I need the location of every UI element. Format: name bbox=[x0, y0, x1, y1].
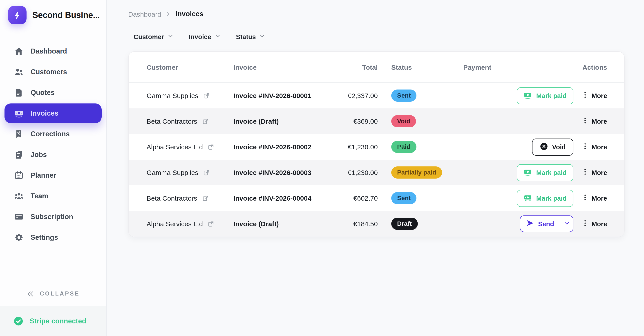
invoice-label: Invoice #INV-2026-00003 bbox=[234, 169, 336, 176]
invoice-label: Invoice #INV-2026-00001 bbox=[234, 92, 336, 100]
breadcrumb-dashboard[interactable]: Dashboard bbox=[128, 10, 161, 18]
sidebar-item-corrections[interactable]: Corrections bbox=[4, 124, 102, 144]
invoice-total: €369.00 bbox=[336, 118, 378, 125]
external-link-icon[interactable] bbox=[207, 220, 214, 227]
col-status: Status bbox=[378, 63, 463, 71]
credit-card-icon bbox=[14, 212, 24, 222]
status-badge: Void bbox=[391, 115, 416, 127]
home-icon bbox=[14, 46, 24, 56]
send-button-group: Send bbox=[520, 216, 574, 232]
table-row: Alpha Services Ltd Invoice (Draft) €184.… bbox=[128, 211, 624, 236]
customer-name: Gamma Supplies bbox=[146, 169, 198, 176]
breadcrumb-current: Invoices bbox=[176, 10, 204, 18]
more-button[interactable]: More bbox=[582, 91, 607, 100]
sidebar-item-invoices[interactable]: Invoices bbox=[4, 104, 102, 123]
col-customer: Customer bbox=[146, 63, 234, 71]
sidebar-item-team[interactable]: Team bbox=[4, 186, 102, 206]
team-icon bbox=[14, 191, 24, 201]
mark-paid-button[interactable]: Mark paid bbox=[517, 190, 574, 207]
sidebar-item-dashboard[interactable]: Dashboard bbox=[4, 42, 102, 61]
brand: Second Busine... bbox=[0, 0, 106, 42]
status-badge: Partially paid bbox=[391, 166, 442, 178]
col-total: Total bbox=[336, 63, 378, 71]
app-title: Second Busine... bbox=[32, 10, 100, 20]
table-row: Alpha Services Ltd Invoice #INV-2026-000… bbox=[128, 134, 624, 160]
clipboard-icon bbox=[14, 150, 24, 160]
invoice-total: €602.70 bbox=[336, 194, 378, 202]
sidebar-item-jobs[interactable]: Jobs bbox=[4, 145, 102, 165]
filter-status[interactable]: Status bbox=[236, 33, 265, 40]
invoice-total: €1,230.00 bbox=[336, 143, 378, 151]
filter-bar: Customer Invoice Status bbox=[128, 33, 644, 40]
invoice-label: Invoice (Draft) bbox=[234, 220, 336, 228]
sidebar-item-subscription[interactable]: Subscription bbox=[4, 207, 102, 227]
filter-invoice[interactable]: Invoice bbox=[189, 33, 220, 40]
double-chevron-left-icon bbox=[26, 290, 34, 298]
chevron-down-icon bbox=[167, 33, 173, 40]
stripe-connected-status: Stripe connected bbox=[0, 306, 106, 336]
chevron-down-icon bbox=[214, 33, 220, 40]
chevron-down-icon bbox=[564, 220, 570, 227]
status-badge: Sent bbox=[391, 192, 417, 204]
invoice-label: Invoice #INV-2026-00004 bbox=[234, 194, 336, 202]
customer-name: Alpha Services Ltd bbox=[146, 143, 203, 151]
more-button[interactable]: More bbox=[582, 117, 607, 126]
kebab-icon bbox=[582, 220, 589, 228]
main-content: Dashboard Invoices Customer Invoice Stat… bbox=[106, 0, 644, 336]
banknote-icon bbox=[524, 168, 532, 178]
document-icon bbox=[14, 88, 24, 98]
stripe-status-label: Stripe connected bbox=[30, 317, 86, 325]
void-button[interactable]: Void bbox=[532, 138, 574, 156]
banknote-icon bbox=[524, 193, 532, 203]
paper-plane-icon bbox=[526, 219, 534, 228]
sidebar-nav: Dashboard Customers Quotes Invoices Corr… bbox=[0, 42, 106, 248]
more-button[interactable]: More bbox=[582, 194, 607, 202]
table-row: Gamma Supplies Invoice #INV-2026-00001 €… bbox=[128, 83, 624, 108]
more-button[interactable]: More bbox=[582, 168, 607, 177]
chevron-down-icon bbox=[259, 33, 265, 40]
table-header: Customer Invoice Total Status Payment Ac… bbox=[128, 52, 624, 83]
sidebar-item-quotes[interactable]: Quotes bbox=[4, 83, 102, 102]
customer-name: Alpha Services Ltd bbox=[146, 220, 203, 228]
app-logo[interactable] bbox=[8, 6, 26, 24]
invoice-total: €1,230.00 bbox=[336, 169, 378, 176]
sidebar-item-customers[interactable]: Customers bbox=[4, 62, 102, 82]
status-badge: Sent bbox=[391, 90, 417, 102]
invoice-total: €184.50 bbox=[336, 220, 378, 228]
x-circle-icon bbox=[540, 142, 548, 152]
banknote-icon bbox=[524, 91, 532, 100]
external-link-icon[interactable] bbox=[202, 118, 209, 125]
collapse-button[interactable]: COLLAPSE bbox=[0, 282, 106, 306]
send-options-button[interactable] bbox=[560, 216, 573, 232]
check-circle-icon bbox=[14, 316, 24, 326]
col-actions: Actions bbox=[574, 63, 607, 71]
external-link-icon[interactable] bbox=[207, 143, 214, 150]
filter-customer[interactable]: Customer bbox=[134, 33, 173, 40]
kebab-icon bbox=[582, 168, 589, 177]
external-link-icon[interactable] bbox=[203, 169, 210, 176]
mark-paid-button[interactable]: Mark paid bbox=[517, 87, 574, 104]
chevron-right-icon bbox=[165, 11, 172, 17]
banknote-icon bbox=[14, 108, 24, 118]
sidebar-item-settings[interactable]: Settings bbox=[4, 228, 102, 248]
sidebar: Second Busine... Dashboard Customers Quo… bbox=[0, 0, 106, 336]
sidebar-item-planner[interactable]: Planner bbox=[4, 166, 102, 185]
invoice-label: Invoice (Draft) bbox=[234, 118, 336, 125]
more-button[interactable]: More bbox=[582, 220, 607, 228]
customer-name: Gamma Supplies bbox=[146, 92, 198, 100]
invoice-label: Invoice #INV-2026-00002 bbox=[234, 143, 336, 151]
table-row: Beta Contractors Invoice (Draft) €369.00… bbox=[128, 108, 624, 134]
table-row: Beta Contractors Invoice #INV-2026-00004… bbox=[128, 185, 624, 211]
breadcrumb: Dashboard Invoices bbox=[128, 10, 644, 18]
status-badge: Draft bbox=[391, 218, 418, 230]
external-link-icon[interactable] bbox=[203, 92, 210, 99]
more-button[interactable]: More bbox=[582, 142, 607, 151]
external-link-icon[interactable] bbox=[202, 194, 209, 202]
kebab-icon bbox=[582, 194, 589, 202]
invoice-total: €2,337.00 bbox=[336, 92, 378, 100]
col-invoice: Invoice bbox=[234, 63, 336, 71]
app-window: Second Busine... Dashboard Customers Quo… bbox=[0, 0, 644, 336]
send-button[interactable]: Send bbox=[520, 216, 560, 232]
mark-paid-button[interactable]: Mark paid bbox=[517, 164, 574, 181]
kebab-icon bbox=[582, 117, 589, 126]
